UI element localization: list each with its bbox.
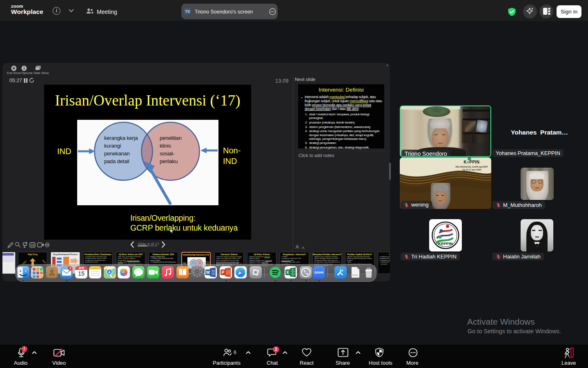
svg-text:Right: Right: [42, 259, 47, 264]
svg-text:W: W: [206, 270, 210, 275]
svg-text:DOCX: DOCX: [352, 274, 359, 276]
svg-text:CC: CC: [31, 244, 35, 247]
svg-text:P: P: [222, 270, 225, 275]
svg-text:KEPPIN: KEPPIN: [438, 241, 453, 246]
svg-text:X: X: [286, 270, 289, 275]
